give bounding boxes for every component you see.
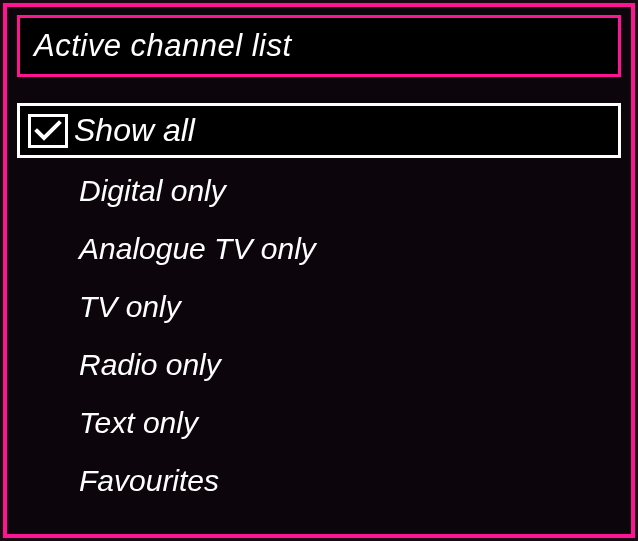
list-item-radio-only[interactable]: Radio only (17, 340, 621, 390)
list-item-favourites[interactable]: Favourites (17, 456, 621, 506)
list-item-label: Show all (74, 112, 195, 149)
list-item-label: Digital only (79, 174, 226, 208)
title-bar: Active channel list (17, 15, 621, 77)
menu-frame: Active channel list Show all Digital onl… (3, 3, 635, 538)
list-item-tv-only[interactable]: TV only (17, 282, 621, 332)
channel-list: Show all Digital only Analogue TV only T… (7, 77, 631, 524)
list-item-label: Analogue TV only (79, 232, 316, 266)
list-item-label: TV only (79, 290, 181, 324)
list-item-label: Favourites (79, 464, 219, 498)
list-item-show-all[interactable]: Show all (17, 103, 621, 158)
list-item-text-only[interactable]: Text only (17, 398, 621, 448)
list-item-label: Text only (79, 406, 198, 440)
page-title: Active channel list (34, 28, 604, 64)
list-item-digital-only[interactable]: Digital only (17, 166, 621, 216)
list-item-label: Radio only (79, 348, 221, 382)
list-item-analogue-tv-only[interactable]: Analogue TV only (17, 224, 621, 274)
checkbox-icon (28, 114, 68, 148)
